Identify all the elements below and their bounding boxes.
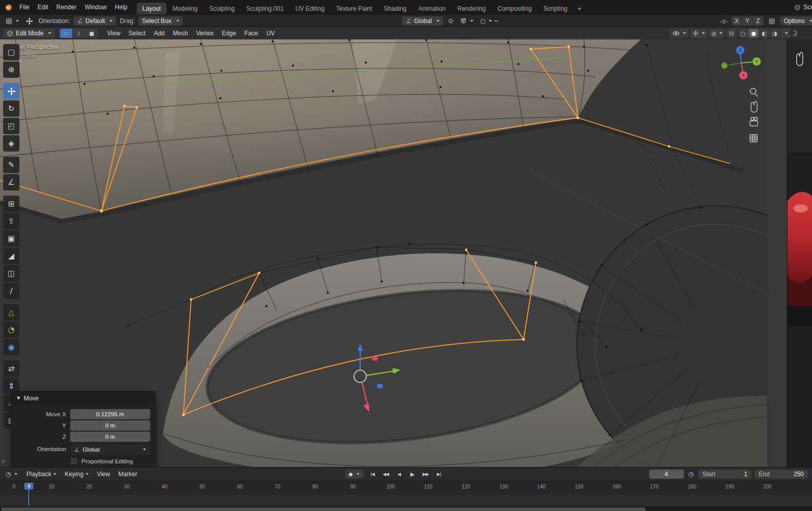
viewport-menu-add[interactable]: Add xyxy=(150,28,169,38)
xray-toggle[interactable]: ⊡ xyxy=(726,29,736,38)
mode-dropdown[interactable]: Edit Mode xyxy=(3,29,55,38)
move-x-field[interactable]: 0.12295 m xyxy=(70,409,150,419)
proportional-editing-checkbox[interactable] xyxy=(70,457,78,465)
tool-rotate[interactable]: ↻ xyxy=(3,100,19,117)
mirror-z-toggle[interactable]: Z xyxy=(753,16,763,26)
viewport-menu-mesh[interactable]: Mesh xyxy=(169,28,192,38)
select-mode-face[interactable]: ■ xyxy=(86,29,98,38)
blender-logo-icon[interactable] xyxy=(3,2,13,12)
workspace-tab-scripting[interactable]: Scripting xyxy=(538,3,573,15)
timeline-track[interactable] xyxy=(0,494,812,506)
shading-wireframe-button[interactable]: ○ xyxy=(738,29,748,38)
add-workspace-button[interactable]: + xyxy=(574,3,586,15)
tool-spin[interactable]: ◔ xyxy=(3,322,19,338)
tool-measure[interactable]: ∠ xyxy=(3,174,19,190)
shading-solid-button[interactable]: ● xyxy=(748,29,759,38)
auto-keying-dropdown[interactable]: ● xyxy=(345,470,363,479)
visibility-dropdown[interactable] xyxy=(670,29,689,38)
menu-file[interactable]: File xyxy=(15,2,33,12)
workspace-tab-modeling[interactable]: Modeling xyxy=(167,3,203,15)
next-keyframe-button[interactable]: ▶▶ xyxy=(420,470,432,479)
shading-material-button[interactable]: ◐ xyxy=(759,29,769,38)
tool-cursor[interactable]: ⊕ xyxy=(3,61,19,78)
toolbar-expand-icon[interactable]: › xyxy=(2,457,5,465)
prev-frame-button[interactable]: ◀ xyxy=(393,470,405,479)
playhead-line[interactable] xyxy=(28,488,29,505)
current-frame-field[interactable]: 4 xyxy=(649,470,684,479)
transform-orientation-dropdown[interactable]: ∠ Global xyxy=(402,16,443,26)
viewport-menu-face[interactable]: Face xyxy=(240,28,262,38)
shading-dropdown[interactable] xyxy=(780,29,790,38)
operator-panel-move[interactable]: ▼ Move Move X 0.12295 m Y 0 m xyxy=(11,391,156,467)
timeline-scrollbar-handle[interactable] xyxy=(1,507,646,511)
timeline-editor-selector[interactable]: ◷ xyxy=(4,470,19,479)
tool-transform[interactable]: ◈ xyxy=(3,135,19,152)
timeline-menu-keying[interactable]: Keying xyxy=(60,469,93,479)
menu-edit[interactable]: Edit xyxy=(33,2,52,12)
tool-scale[interactable]: ◰ xyxy=(3,118,19,134)
viewport-menu-edge[interactable]: Edge xyxy=(218,28,240,38)
frame-end-field[interactable]: End 250 xyxy=(755,470,808,479)
orientation-dropdown[interactable]: ∠ Default xyxy=(74,16,116,26)
snapping-dropdown[interactable] xyxy=(459,17,475,26)
timeline-menu-view[interactable]: View xyxy=(93,469,114,479)
workspace-tab-compositing[interactable]: Compositing xyxy=(492,3,537,15)
operator-panel-header[interactable]: ▼ Move xyxy=(12,392,155,404)
select-mode-edge[interactable]: ∕ xyxy=(73,29,85,38)
tool-annotate[interactable]: ✎ xyxy=(3,157,19,173)
shading-rendered-button[interactable]: ◑ xyxy=(769,29,780,38)
tool-extrude-region[interactable]: ⇧ xyxy=(3,213,19,229)
menu-window[interactable]: Window xyxy=(80,2,111,12)
move-y-field[interactable]: 0 m xyxy=(70,420,150,431)
viewport-menu-uv[interactable]: UV xyxy=(262,28,279,38)
options-dropdown[interactable]: Options xyxy=(780,16,812,26)
play-button[interactable]: ▶ xyxy=(406,470,419,479)
tool-inset-faces[interactable]: ▣ xyxy=(3,230,19,247)
workspace-tab-texture-paint[interactable]: Texture Paint xyxy=(330,3,378,15)
tool-select-box[interactable]: ▢ xyxy=(3,44,19,60)
tool-loop-cut[interactable]: ◫ xyxy=(3,265,19,282)
mirror-y-toggle[interactable]: Y xyxy=(742,16,753,26)
use-preview-range-button[interactable]: ◷ xyxy=(687,470,695,479)
prev-keyframe-button[interactable]: ◀◀ xyxy=(380,470,392,479)
tool-bevel[interactable]: ◢ xyxy=(3,248,19,264)
viewport-menu-view[interactable]: View xyxy=(103,28,124,38)
tool-edge-slide[interactable]: ⇄ xyxy=(3,360,19,377)
workspace-tab-sculpting-001[interactable]: Sculpting.001 xyxy=(241,3,289,15)
side-editor-strip[interactable] xyxy=(787,27,812,467)
timeline-menu-marker[interactable]: Marker xyxy=(114,469,141,479)
axis-ball-y-neg[interactable] xyxy=(721,62,727,69)
jump-to-end-button[interactable]: ▶| xyxy=(433,470,445,479)
tool-poly-build[interactable]: △ xyxy=(3,304,19,321)
frame-start-field[interactable]: Start 1 xyxy=(698,470,752,479)
panel-orientation-select[interactable]: ∠ Global xyxy=(70,444,150,455)
viewport-menu-vertex[interactable]: Vertex xyxy=(192,28,218,38)
tool-settings-editor-selector[interactable] xyxy=(4,17,20,26)
mirror-x-toggle[interactable]: X xyxy=(732,16,742,26)
gizmos-dropdown[interactable] xyxy=(690,29,707,38)
menu-render[interactable]: Render xyxy=(52,2,80,12)
overlays-dropdown[interactable]: ◎ xyxy=(709,29,725,38)
timeline-menu-playback[interactable]: Playback xyxy=(22,469,60,479)
timeline-scrollbar[interactable] xyxy=(0,506,812,511)
tool-smooth[interactable]: ◉ xyxy=(3,339,19,355)
workspace-tab-layout[interactable]: Layout xyxy=(137,3,166,15)
workspace-tab-rendering[interactable]: Rendering xyxy=(452,3,491,15)
jump-to-start-button[interactable]: |◀ xyxy=(366,470,379,479)
tool-move[interactable] xyxy=(3,83,19,99)
drag-dropdown[interactable]: Select Box xyxy=(138,16,182,26)
proportional-editing-dropdown[interactable]: ○ ~ xyxy=(478,16,501,26)
select-mode-vertex[interactable]: ∷ xyxy=(60,29,72,38)
timeline-ruler[interactable]: 4 01020304050607080901001101201301401501… xyxy=(0,481,812,494)
workspace-tab-uv-editing[interactable]: UV Editing xyxy=(290,3,330,15)
snap-target-button[interactable]: ⊙ xyxy=(447,16,455,26)
tool-add-cube[interactable]: ⊞ xyxy=(3,196,19,212)
move-z-field[interactable]: 0 m xyxy=(70,432,150,442)
workspace-tab-animation[interactable]: Animation xyxy=(412,3,451,15)
workspace-tab-sculpting[interactable]: Sculpting xyxy=(204,3,240,15)
menu-help[interactable]: Help xyxy=(111,2,132,12)
workspace-tab-shading[interactable]: Shading xyxy=(378,3,412,15)
tool-knife[interactable]: ∕ xyxy=(3,283,19,299)
symmetry-options-icon[interactable] xyxy=(767,17,777,26)
viewport-menu-select[interactable]: Select xyxy=(124,28,150,38)
